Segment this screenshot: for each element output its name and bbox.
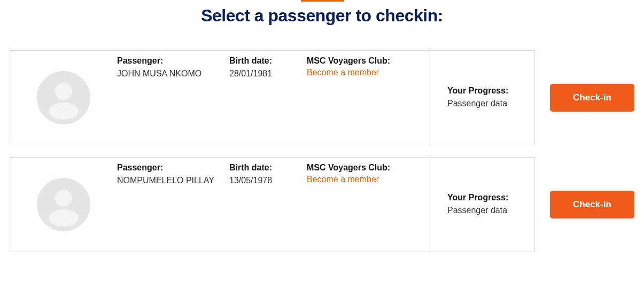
birth-date-label: Birth date: [229, 56, 307, 66]
checkin-button[interactable]: Check-in [550, 84, 634, 112]
progress-value: Passenger data [447, 205, 534, 216]
birth-date-value: 28/01/1981 [229, 69, 272, 78]
checkin-button[interactable]: Check-in [550, 191, 634, 218]
svg-point-2 [49, 103, 79, 120]
passenger-row: Passenger: JOHN MUSA NKOMO Birth date: 2… [10, 50, 634, 145]
page-title: Select a passenger to checkin: [10, 6, 634, 26]
passenger-card: Passenger: NOMPUMELELO PILLAY Birth date… [10, 157, 535, 252]
progress-label: Your Progress: [447, 193, 534, 202]
progress-label: Your Progress: [447, 86, 534, 96]
svg-point-1 [55, 83, 72, 100]
passenger-list: Passenger: JOHN MUSA NKOMO Birth date: 2… [10, 50, 634, 252]
become-member-link[interactable]: Become a member [307, 68, 379, 77]
voyagers-club-label: MSC Voyagers Club: [307, 163, 430, 173]
avatar-icon [37, 178, 90, 231]
svg-point-5 [49, 209, 79, 227]
svg-point-4 [55, 190, 72, 207]
become-member-link[interactable]: Become a member [307, 175, 379, 184]
passenger-card: Passenger: JOHN MUSA NKOMO Birth date: 2… [10, 50, 535, 145]
passenger-label: Passenger: [117, 56, 229, 66]
avatar-icon [37, 71, 90, 124]
birth-date-value: 13/05/1978 [229, 176, 272, 185]
passenger-row: Passenger: NOMPUMELELO PILLAY Birth date… [10, 157, 634, 252]
voyagers-club-label: MSC Voyagers Club: [307, 56, 430, 66]
progress-value: Passenger data [447, 98, 534, 110]
passenger-label: Passenger: [117, 163, 229, 173]
title-accent-rule [301, 0, 344, 2]
passenger-name: NOMPUMELELO PILLAY [117, 176, 214, 185]
passenger-name: JOHN MUSA NKOMO [117, 69, 201, 78]
birth-date-label: Birth date: [229, 163, 307, 173]
